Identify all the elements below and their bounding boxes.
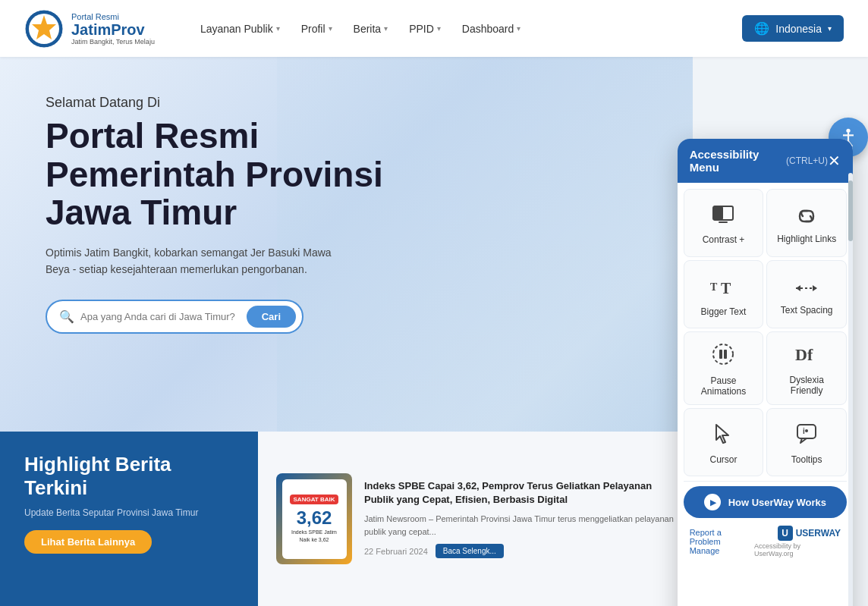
news-number: 3,62 — [297, 507, 332, 529]
accessibility-item-label: Highlight Links — [777, 234, 836, 244]
news-badge: SANGAT BAIK — [290, 495, 339, 504]
svg-rect-18 — [719, 350, 722, 359]
hero-section: Selamat Datang Di Portal Resmi Pemerinta… — [0, 57, 693, 606]
news-excerpt: Jatim Newsroom – Pemerintah Provinsi Jaw… — [364, 513, 675, 538]
svg-marker-16 — [813, 285, 817, 291]
hero-text: Selamat Datang Di Portal Resmi Pemerinta… — [0, 57, 501, 364]
accessibility-item-label: Pause Animations — [690, 375, 757, 397]
chevron-down-icon: ▾ — [276, 24, 280, 33]
accessibility-menu-shortcut: (CTRL+U) — [786, 155, 828, 166]
accessibility-item-dyslexia-friendly[interactable]: Df Dyslexia Friendly — [766, 331, 847, 405]
svg-text:T: T — [721, 280, 731, 297]
how-userway-works-button[interactable]: How UserWay Works — [684, 486, 847, 518]
accessibility-item-label: Text Spacing — [781, 305, 833, 316]
hero-greeting: Selamat Datang Di — [46, 95, 455, 111]
tooltip-icon: i — [796, 423, 817, 450]
link-icon — [795, 206, 818, 229]
nav-profil[interactable]: Profil ▾ — [301, 23, 332, 35]
svg-rect-11 — [719, 221, 728, 223]
svg-point-3 — [846, 129, 850, 133]
main-content: Selamat Datang Di Portal Resmi Pemerinta… — [0, 57, 868, 606]
footer-left: Report a Problem Manage — [690, 528, 754, 555]
chevron-down-icon: ▾ — [517, 24, 520, 33]
accessibility-menu: Accessibility Menu (CTRL+U) ✕ Contrast + — [678, 139, 853, 606]
bottom-section: Highlight Berita Terkini Update Berita S… — [0, 432, 693, 606]
divider — [684, 481, 847, 482]
svg-rect-9 — [713, 206, 723, 220]
accessibility-item-cursor[interactable]: Cursor — [684, 408, 764, 476]
accessibility-item-contrast[interactable]: Contrast + — [684, 189, 764, 257]
userway-u-icon: U — [778, 526, 793, 541]
highlight-subtitle: Update Berita Seputar Provinsi Jawa Timu… — [24, 507, 234, 518]
scrollbar-thumb — [848, 181, 853, 241]
svg-point-22 — [805, 429, 808, 432]
svg-point-17 — [713, 344, 733, 364]
news-image-label: Indeks SPBE Jatim Naik ke 3,62 — [287, 529, 342, 542]
news-meta: 22 Februari 2024 Baca Selengk... — [364, 544, 675, 558]
scrollbar[interactable] — [848, 173, 853, 606]
logo-emblem — [24, 9, 64, 49]
spacing-icon — [794, 277, 819, 300]
accessibility-menu-title: Accessibility Menu — [690, 148, 786, 174]
accessibility-item-highlight-links[interactable]: Highlight Links — [766, 189, 847, 257]
accessibility-menu-header: Accessibility Menu (CTRL+U) ✕ — [678, 139, 853, 183]
highlight-title: Highlight Berita Terkini — [24, 453, 234, 500]
nav-layanan-publik[interactable]: Layanan Publik ▾ — [200, 23, 280, 35]
logo-text: Portal Resmi JatimProv Jatim Bangkit, Te… — [71, 12, 155, 46]
nav-dashboard[interactable]: Dashboard ▾ — [462, 23, 521, 35]
play-icon — [704, 494, 721, 510]
svg-marker-15 — [796, 285, 800, 291]
svg-rect-19 — [724, 350, 727, 359]
nav-ppid[interactable]: PPID ▾ — [409, 23, 441, 35]
accessibility-menu-close[interactable]: ✕ — [828, 153, 841, 168]
svg-text:T: T — [710, 281, 718, 293]
accessibility-item-label: Dyslexia Friendly — [773, 375, 840, 396]
accessibility-item-label: Contrast + — [703, 234, 745, 245]
highlight-button[interactable]: Lihat Berita Lainnya — [24, 530, 152, 554]
news-title: Indeks SPBE Capai 3,62, Pemprov Terus Ge… — [364, 479, 675, 507]
dyslexia-icon: Df — [794, 344, 819, 370]
search-icon: 🔍 — [59, 309, 74, 324]
manage-link[interactable]: Manage — [690, 546, 754, 555]
navbar: Portal Resmi JatimProv Jatim Bangkit, Te… — [0, 0, 868, 57]
pause-icon — [712, 343, 734, 371]
cursor-icon — [713, 423, 733, 450]
accessibility-item-pause-animations[interactable]: Pause Animations — [684, 331, 764, 405]
nav-links: Layanan Publik ▾ Profil ▾ Berita ▾ PPID … — [200, 23, 742, 35]
userway-logo: U USERWAY — [778, 526, 841, 541]
powered-by: Accessibility by UserWay.org — [754, 542, 841, 557]
hero-subtitle: Optimis Jatim Bangkit, kobarkan semangat… — [46, 244, 349, 278]
news-panel: SANGAT BAIK 3,62 Indeks SPBE Jatim Naik … — [258, 432, 693, 606]
userway-branding: U USERWAY Accessibility by UserWay.org — [754, 526, 841, 557]
search-button[interactable]: Cari — [247, 306, 296, 328]
accessibility-item-bigger-text[interactable]: TT Bigger Text — [684, 260, 764, 328]
news-date: 22 Februari 2024 — [364, 547, 428, 556]
chevron-down-icon: ▾ — [384, 24, 388, 33]
accessibility-item-label: Bigger Text — [701, 306, 747, 317]
nav-berita[interactable]: Berita ▾ — [354, 23, 388, 35]
svg-text:i: i — [803, 427, 805, 435]
report-problem-link[interactable]: Report a Problem — [690, 528, 754, 546]
monitor-icon — [712, 205, 734, 230]
news-content: Indeks SPBE Capai 3,62, Pemprov Terus Ge… — [364, 479, 675, 558]
search-bar: 🔍 Cari — [46, 300, 303, 334]
chevron-down-icon: ▾ — [828, 24, 832, 33]
accessibility-grid: Contrast + Highlight Links TT Bigger Tex… — [684, 189, 847, 476]
text-size-icon: TT — [710, 275, 736, 302]
news-image: SANGAT BAIK 3,62 Indeks SPBE Jatim Naik … — [276, 473, 352, 564]
language-button[interactable]: 🌐 Indonesia ▾ — [742, 15, 844, 42]
accessibility-item-tooltips[interactable]: i Tooltips — [766, 408, 847, 476]
hero-title: Portal Resmi Pemerintah Provinsi Jawa Ti… — [46, 117, 455, 232]
news-read-button[interactable]: Baca Selengk... — [436, 544, 504, 558]
globe-icon: 🌐 — [754, 21, 769, 36]
logo[interactable]: Portal Resmi JatimProv Jatim Bangkit, Te… — [24, 9, 155, 49]
accessibility-item-label: Tooltips — [791, 454, 822, 465]
accessibility-menu-body: Contrast + Highlight Links TT Bigger Tex… — [678, 183, 853, 570]
search-input[interactable] — [80, 311, 241, 322]
news-image-inner: SANGAT BAIK 3,62 Indeks SPBE Jatim Naik … — [282, 479, 347, 559]
accessibility-item-label: Cursor — [709, 454, 737, 465]
accessibility-item-text-spacing[interactable]: Text Spacing — [766, 260, 847, 328]
highlight-panel: Highlight Berita Terkini Update Berita S… — [0, 432, 258, 606]
svg-text:Df: Df — [795, 345, 813, 364]
accessibility-footer: Report a Problem Manage U USERWAY Access… — [684, 521, 847, 564]
